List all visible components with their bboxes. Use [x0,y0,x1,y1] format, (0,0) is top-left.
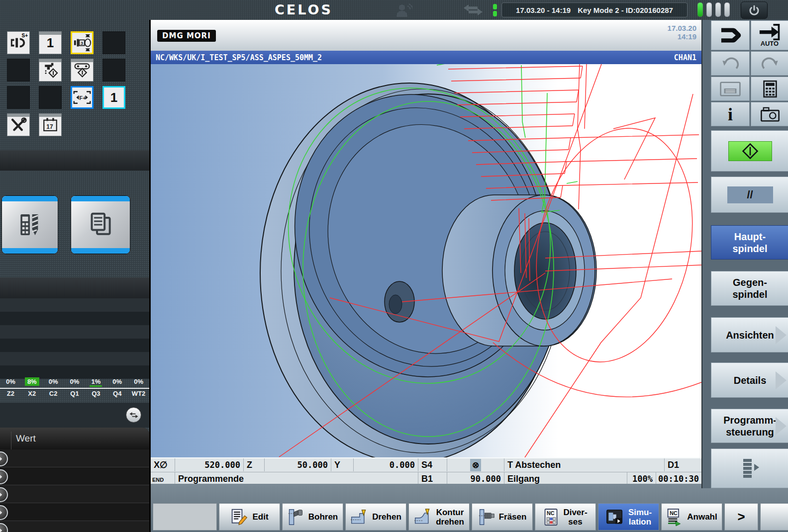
spindle-stop-icon: ⊗ [470,459,481,471]
keymode-text: Key Mode 2 - ID:020160287 [578,6,673,14]
milling-icon [478,508,495,527]
counter-1-key-selected[interactable]: 1 [102,86,125,109]
simulation-icon [605,508,624,526]
machine-key-panel: S+ 1 3 [0,20,149,532]
chevron-right-icon [775,416,788,436]
axis-load: 0% [70,378,80,385]
tile-strip [39,114,61,117]
calendar-key[interactable]: 17 [39,113,62,136]
row-action-button[interactable] [0,469,8,484]
contour-turning-icon [414,508,432,526]
program-path-bar: NC/WKS/UK/I_TEST_SP5/ASS_ASPES_50MM_2 CH… [151,51,701,64]
tools-icon [10,116,27,133]
softkey-hauptspindel-active[interactable]: Haupt- spindel [711,225,788,260]
softkey-ansichten[interactable]: Ansichten [711,317,788,353]
spindle-clamp-key-selected[interactable]: 3 [71,31,94,54]
swap-arrows-icon[interactable] [463,4,484,16]
axis-load: 0% [112,378,122,385]
calculator-button[interactable] [751,77,788,101]
spindle-step-num: 3 [81,40,83,46]
redo-button[interactable] [751,51,788,76]
tool-list-icon [17,211,43,239]
keyboard-button[interactable] [711,77,750,101]
skip-block-button[interactable] [711,20,750,50]
softkey-more[interactable]: > [724,503,758,531]
softkey-label: Diver- ses [563,508,587,527]
softkey-label: Kontur drehen [436,508,464,527]
menu-extend-button[interactable] [711,448,788,488]
wert-row [0,485,149,503]
swap-icon [129,412,138,418]
3d-simulation-viewport[interactable] [151,64,701,457]
b-axis-value: 90.000 [447,472,504,485]
nc-text: NC [670,510,678,516]
row-action-button[interactable] [0,505,8,520]
axis-label: C2 [43,390,64,399]
empty-key-slot [102,31,125,54]
softkey-bohren[interactable]: Bohren [282,503,343,531]
cycle-start-softkey[interactable] [711,130,788,172]
row-action-button[interactable] [0,523,8,532]
override-value: 100% [627,472,656,485]
block-skip-softkey[interactable]: // [711,177,788,213]
channel-bar-2 [706,2,712,17]
spindle-chuck-key[interactable]: S+ [7,31,30,54]
softkey-edit[interactable]: Edit [219,503,280,531]
swap-view-button[interactable] [126,407,141,423]
service-tools-key[interactable] [7,113,30,136]
channel-bar-3 [715,2,721,17]
status-dot-top [493,4,497,9]
info-button[interactable]: i [711,102,750,126]
softkey-diverses[interactable]: NC Diver- ses [535,503,596,531]
softkey-simulation-active[interactable]: Simu- lation [598,503,659,531]
cycle-start-icon [728,141,772,161]
softkey-label: Ansichten [726,329,774,341]
softkey-details[interactable]: Details [711,362,788,398]
counter-1-key[interactable]: 1 [39,31,62,54]
softkey-fraesen[interactable]: Fräsen [472,503,533,531]
end-state-cell: END [151,472,175,485]
wert-row [0,521,149,532]
row-action-button[interactable] [0,487,8,502]
block-skip-icon: // [727,186,773,203]
calendar-day-num: 17 [46,123,53,130]
skip-block-icon [717,26,743,45]
undo-button[interactable] [711,51,750,76]
edit-icon [230,508,248,527]
feed-plus-icon: F+ [73,90,92,105]
row-action-button[interactable] [0,451,8,466]
coolant-icon [41,61,59,79]
softkey-gegenspindel[interactable]: Gegen- spindel [711,271,788,306]
panel-divider-band [0,150,149,171]
softkey-programmsteuerung[interactable]: Programm- steuerung [711,409,788,443]
softkey-kontur-drehen[interactable]: Kontur drehen [408,503,470,531]
chip-conveyor-key[interactable] [71,59,94,82]
nc-text: NC [547,510,555,516]
softkey-anwahl[interactable]: NC Anwahl [661,503,722,531]
runtime-value: 00:10:30 [656,472,701,485]
softkey-label: Details [734,374,767,386]
power-button[interactable] [741,1,768,19]
user-icon[interactable] [395,3,412,17]
axis-load-values: 0% 8% 0% 0% 1% 0% 0% [0,378,149,388]
axis-label: WT2 [128,390,149,399]
tile-strip [71,59,93,62]
camera-icon [760,107,780,122]
softkey-drehen[interactable]: Drehen [345,503,406,531]
status-dot-bottom [493,11,497,16]
documents-button[interactable] [71,195,130,254]
power-icon [749,5,760,16]
spindle-label: S4 [418,458,447,471]
coolant-key[interactable] [39,59,62,82]
header-date: 17.03.20 [668,24,696,32]
channel-bar-1 [697,2,703,17]
axis-label: Q4 [106,390,128,399]
program-end-text: Programmende [175,472,418,485]
auto-mode-button[interactable]: AUTO [751,20,788,50]
feed-plus-key-selected[interactable]: F+ [71,86,94,109]
softkey-label: Simu- lation [628,508,652,527]
softkey-label: Programm- steuerung [723,414,777,438]
tool-list-button[interactable] [1,195,58,254]
axis-load: 0% [49,378,58,385]
screenshot-button[interactable] [751,102,788,126]
